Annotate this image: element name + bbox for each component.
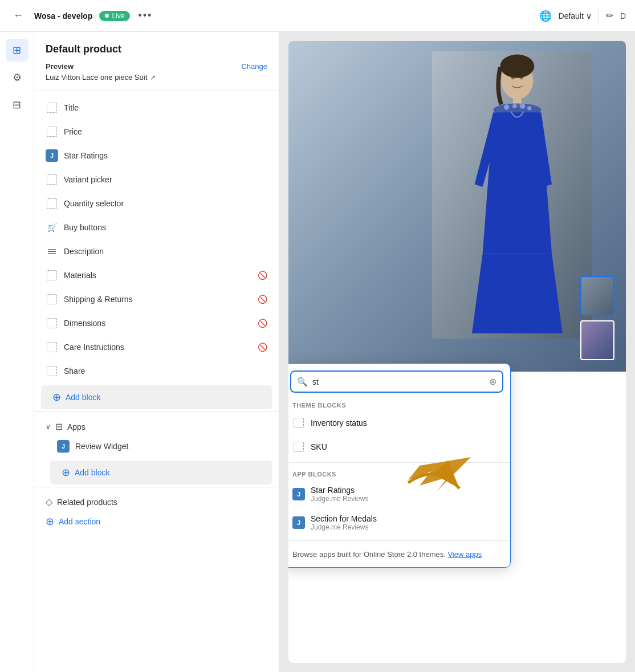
sidebar-blocks-button[interactable]: ⊞ — [6, 39, 29, 62]
block-label-buy-buttons: Buy buttons — [64, 223, 267, 232]
dropdown-item-star-ratings[interactable]: J Star Ratings Judge.me Reviews — [288, 480, 510, 508]
thumbnail-strip — [580, 276, 614, 360]
sidebar-apps-button[interactable]: ⊟ — [6, 93, 29, 116]
svg-point-5 — [512, 104, 516, 108]
dashed-square-icon — [47, 103, 57, 113]
search-input-row: 🔍 ⊗ — [288, 364, 510, 397]
block-icon-quantity — [46, 197, 58, 210]
globe-icon: 🌐 — [539, 10, 552, 22]
block-label-title: Title — [64, 103, 267, 112]
apps-add-block-label: Add block — [75, 468, 109, 477]
icon-sidebar: ⊞ ⚙ ⊟ — [0, 32, 34, 672]
live-badge: Live — [99, 11, 130, 21]
block-label-materials: Materials — [64, 271, 252, 280]
block-item-materials[interactable]: Materials 🚫 — [34, 263, 279, 287]
block-item-review-widget[interactable]: J Review Widget — [34, 434, 279, 458]
block-item-price[interactable]: Price — [34, 120, 279, 144]
hide-icon-materials[interactable]: 🚫 — [258, 271, 267, 280]
block-item-title[interactable]: Title — [34, 96, 279, 120]
block-item-dimensions[interactable]: Dimensions 🚫 — [34, 311, 279, 335]
thumbnail-1[interactable] — [580, 276, 614, 316]
pencil-icon[interactable]: ✏ — [606, 10, 613, 21]
dropdown-item-section-medals[interactable]: J Section for Medals Judge.me Reviews — [288, 508, 510, 537]
diamond-icon: ◇ — [46, 496, 52, 507]
preview-product: Luiz Vitton Lace one piece Suit ↗ — [46, 73, 267, 82]
apps-add-block-button[interactable]: ⊕ Add block — [50, 461, 272, 484]
svg-point-6 — [520, 103, 525, 108]
dropdown-label-star-ratings: Star Ratings — [311, 486, 368, 495]
block-label-price: Price — [64, 127, 267, 136]
block-label-review-widget: Review Widget — [75, 442, 267, 451]
block-list: Title Price J Star Ratings Variant picke… — [34, 91, 279, 538]
block-label-variant-picker: Variant picker — [64, 175, 267, 184]
hide-icon-dimensions[interactable]: 🚫 — [258, 319, 267, 328]
dropdown-item-inventory-status[interactable]: Inventory status — [288, 411, 510, 435]
dropdown-divider-2 — [288, 540, 510, 541]
hide-icon-care[interactable]: 🚫 — [258, 343, 267, 352]
settings-icon: ⚙ — [13, 71, 22, 84]
dropdown-sub-section-medals: Judge.me Reviews — [311, 523, 377, 531]
block-item-quantity-selector[interactable]: Quantity selector — [34, 192, 279, 215]
external-link-icon[interactable]: ↗ — [150, 74, 156, 82]
svg-point-10 — [500, 55, 534, 78]
product-image-container — [288, 41, 626, 372]
block-icon-dimensions — [46, 317, 58, 329]
dropdown-label-section-medals: Section for Medals — [311, 514, 377, 523]
judge-icon-review: J — [57, 440, 70, 453]
panel-title: Default product — [46, 43, 267, 55]
hide-icon-shipping[interactable]: 🚫 — [258, 295, 267, 304]
apps-plus-circle-icon: ⊕ — [62, 466, 70, 479]
dashed-square-icon — [47, 270, 57, 280]
topbar: ← Wosa - develop Live ••• 🌐 Default ∨ ✏ … — [0, 0, 635, 32]
dropdown-sub-star-ratings: Judge.me Reviews — [311, 495, 368, 503]
dashed-square-icon — [47, 366, 57, 376]
add-block-button[interactable]: ⊕ Add block — [41, 385, 272, 409]
dashed-square-icon — [47, 294, 57, 304]
apps-icon: ⊟ — [13, 99, 21, 111]
buy-icon: 🛒 — [47, 223, 57, 232]
search-overlay: 🔍 ⊗ THEME BLOCKS Inventory status — [288, 363, 511, 568]
block-item-variant-picker[interactable]: Variant picker — [34, 168, 279, 192]
dropdown-item-sku[interactable]: SKU — [288, 435, 510, 459]
block-item-description[interactable]: Description — [34, 239, 279, 263]
live-label: Live — [112, 12, 124, 20]
back-button[interactable]: ← — [9, 7, 27, 25]
preview-row: Preview Change — [46, 62, 267, 71]
block-icon-price — [46, 125, 58, 138]
more-options-button[interactable]: ••• — [138, 10, 152, 22]
related-products-row[interactable]: ◇ Related products — [34, 490, 279, 510]
dropdown-icon-inventory — [292, 417, 305, 429]
preview-change-button[interactable]: Change — [241, 62, 267, 71]
block-item-care-instructions[interactable]: Care Instructions 🚫 — [34, 335, 279, 359]
live-dot — [105, 14, 109, 18]
block-item-star-ratings[interactable]: J Star Ratings — [34, 144, 279, 168]
search-icon: 🔍 — [297, 377, 308, 387]
judge-icon-dropdown-medals: J — [292, 516, 305, 529]
add-section-button[interactable]: ⊕ Add section — [34, 510, 279, 533]
clear-search-button[interactable]: ⊗ — [489, 376, 496, 387]
search-input[interactable] — [312, 377, 485, 386]
thumbnail-2[interactable] — [580, 320, 614, 360]
dropdown-divider — [288, 462, 510, 463]
block-icon-title — [46, 101, 58, 114]
block-icon-care — [46, 341, 58, 353]
block-item-shipping-returns[interactable]: Shipping & Returns 🚫 — [34, 287, 279, 311]
dashed-square-icon — [47, 198, 57, 209]
product-image — [288, 41, 626, 372]
apps-chevron-icon[interactable]: ∨ — [46, 423, 51, 431]
block-label-care-instructions: Care Instructions — [64, 343, 252, 352]
dashed-square-icon — [47, 174, 57, 185]
topbar-divider — [599, 8, 599, 24]
dashed-square-icon — [294, 442, 304, 452]
sidebar-settings-button[interactable]: ⚙ — [6, 66, 29, 89]
block-icon-description — [46, 245, 58, 258]
block-label-share: Share — [64, 366, 267, 376]
block-label-dimensions: Dimensions — [64, 319, 252, 328]
block-item-share[interactable]: Share — [34, 359, 279, 383]
view-apps-link[interactable]: View apps — [447, 550, 482, 559]
default-dropdown[interactable]: Default ∨ — [559, 11, 592, 21]
block-item-buy-buttons[interactable]: 🛒 Buy buttons — [34, 215, 279, 239]
left-panel: Default product Preview Change Luiz Vitt… — [34, 32, 279, 672]
dashed-square-icon — [47, 127, 57, 137]
main-layout: ⊞ ⚙ ⊟ Default product Preview Change Lui… — [0, 0, 635, 672]
